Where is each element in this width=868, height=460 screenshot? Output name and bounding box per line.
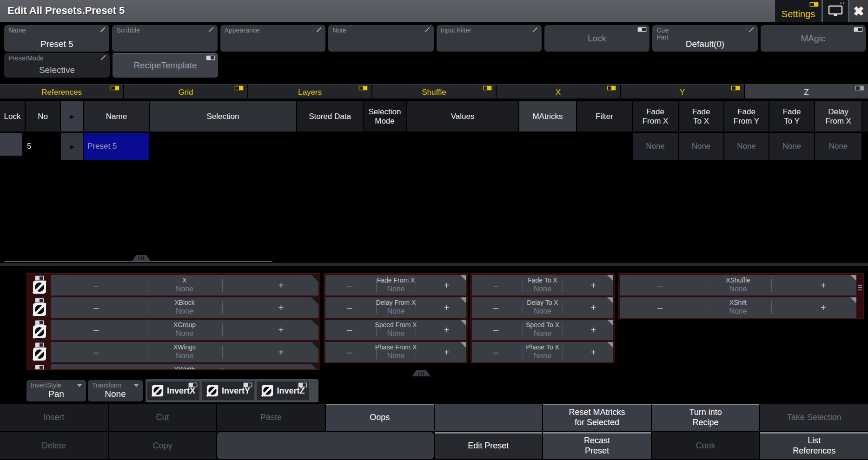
insert-button[interactable]: Insert [0, 404, 108, 431]
tab-shuffle[interactable]: Shuffle [372, 84, 496, 99]
col-header-fade-from-x[interactable]: Fade From X [633, 101, 678, 131]
encoder-bar[interactable]: – Phase From X None + [325, 342, 466, 362]
encoder-bar[interactable]: – XWings None + [51, 342, 318, 362]
decrement-button[interactable]: – [657, 302, 663, 313]
decrement-button[interactable]: – [347, 325, 352, 335]
invert-y-button[interactable]: InvertY [202, 381, 254, 400]
tab-layers[interactable]: Layers [248, 84, 371, 99]
cell-values[interactable] [407, 133, 518, 160]
col-header-name[interactable]: Name [84, 101, 149, 131]
col-header-selection-mode[interactable]: Selection Mode [364, 101, 406, 131]
cell-filter[interactable] [577, 133, 632, 160]
invert-style-dropdown[interactable]: InvertStyle Pan [27, 380, 86, 401]
cell-fade-from-y[interactable]: None [724, 133, 769, 160]
magic-button[interactable]: MAgic [761, 25, 866, 52]
tab-y[interactable]: Y [621, 84, 744, 99]
decrement-button[interactable]: – [657, 280, 663, 291]
scribble-field[interactable]: Scribble [112, 25, 217, 52]
splitter-line[interactable] [4, 261, 272, 262]
settings-button[interactable]: Settings [775, 0, 822, 22]
splitter-handle-icon[interactable] [132, 255, 151, 261]
encoder-bar[interactable]: – X None + [51, 275, 318, 296]
cell-fade-to-y[interactable]: None [769, 133, 814, 160]
delete-button[interactable]: Delete [0, 432, 108, 459]
cell-name-selected[interactable]: Preset 5 [84, 133, 149, 160]
cell-stored-data[interactable] [297, 133, 363, 160]
tab-references[interactable]: References [0, 84, 123, 99]
decrement-button[interactable]: – [347, 280, 352, 291]
col-header-no[interactable]: No [26, 101, 60, 131]
increment-button[interactable]: + [278, 347, 284, 358]
take-selection-button[interactable]: Take Selection [760, 404, 868, 431]
cell-fade-from-x[interactable]: None [633, 133, 678, 160]
decrement-button[interactable]: – [493, 347, 498, 358]
increment-button[interactable]: + [444, 325, 450, 335]
increment-button[interactable]: + [821, 302, 826, 313]
cell-matricks[interactable] [519, 133, 576, 160]
cue-part-field[interactable]: Cue Part Default(0) [652, 25, 757, 52]
name-field[interactable]: Name Preset 5 [4, 25, 109, 52]
col-header-filter[interactable]: Filter [577, 101, 632, 131]
close-button[interactable]: ✖ [849, 0, 868, 22]
copy-button[interactable]: Copy [109, 432, 217, 459]
tab-z[interactable]: Z [745, 84, 868, 99]
decrement-button[interactable]: – [93, 325, 99, 335]
cell-lock[interactable] [0, 133, 25, 160]
invert-z-button[interactable]: InvertZ [257, 381, 309, 400]
cell-expand-arrow-icon[interactable]: ▶ [61, 133, 83, 160]
increment-button[interactable]: + [591, 325, 596, 335]
col-header-selection[interactable]: Selection [150, 101, 296, 131]
invert-icon[interactable] [33, 302, 46, 316]
col-header-fade-to-x[interactable]: Fade To X [679, 101, 723, 131]
encoder-bar[interactable]: XWidth [51, 364, 318, 370]
invert-icon[interactable] [33, 325, 46, 339]
col-header-values[interactable]: Values [407, 101, 518, 131]
preset-mode-field[interactable]: PresetMode Selective [4, 53, 110, 78]
recast-preset-button[interactable]: Recast Preset [543, 432, 651, 459]
list-references-button[interactable]: List References [760, 432, 868, 459]
transform-dropdown[interactable]: Transform None [88, 380, 143, 401]
splitter-handle-icon[interactable] [412, 370, 431, 376]
edit-preset-button[interactable]: Edit Preset [435, 432, 543, 459]
turn-into-recipe-button[interactable]: Turn into Recipe [652, 404, 760, 431]
appearance-field[interactable]: Appearance [220, 25, 325, 52]
encoder-bar[interactable]: – Fade To X None + [472, 275, 613, 296]
decrement-button[interactable]: – [93, 302, 99, 313]
tab-grid[interactable]: Grid [124, 84, 247, 99]
scroll-grip-icon[interactable] [857, 285, 862, 290]
increment-button[interactable]: + [278, 325, 284, 335]
reset-matricks-button[interactable]: Reset MAtricks for Selected [543, 404, 651, 431]
col-header-fade-from-y[interactable]: Fade From Y [724, 101, 769, 131]
decrement-button[interactable]: – [93, 280, 99, 291]
encoder-bar[interactable]: – XShift None + [620, 297, 856, 318]
encoder-bar[interactable]: – Fade From X None + [325, 275, 466, 296]
encoder-bar[interactable]: – XShuffle None + [620, 275, 856, 296]
decrement-button[interactable]: – [493, 302, 498, 313]
increment-button[interactable]: + [591, 280, 596, 291]
col-header-expand-arrow-icon[interactable]: ▶ [61, 101, 83, 131]
invert-icon[interactable] [33, 347, 46, 361]
cell-selection[interactable] [150, 133, 296, 160]
encoder-bar[interactable]: – XBlock None + [51, 297, 318, 318]
cut-button[interactable]: Cut [109, 404, 217, 431]
decrement-button[interactable]: – [347, 347, 352, 358]
cell-delay-from-x[interactable]: None [815, 133, 861, 160]
col-header-stored-data[interactable]: Stored Data [297, 101, 363, 131]
increment-button[interactable]: + [821, 280, 826, 291]
col-header-matricks[interactable]: MAtricks [519, 101, 576, 131]
invert-icon[interactable] [33, 280, 46, 294]
toggle-indicator-icon[interactable] [35, 365, 44, 370]
lock-button[interactable]: Lock [544, 25, 649, 52]
increment-button[interactable]: + [591, 302, 596, 313]
oops-button[interactable]: Oops [326, 404, 434, 431]
increment-button[interactable]: + [591, 347, 596, 358]
cook-button[interactable]: Cook [652, 432, 760, 459]
decrement-button[interactable]: – [347, 302, 352, 313]
col-header-delay-from-x[interactable]: Delay From X [815, 101, 861, 131]
input-filter-field[interactable]: Input Filter [437, 25, 542, 52]
cell-selection-mode[interactable] [364, 133, 406, 160]
encoder-bar[interactable]: – Speed To X None + [472, 320, 613, 340]
encoder-bar[interactable]: – Speed From X None + [325, 320, 466, 340]
decrement-button[interactable]: – [493, 280, 498, 291]
encoder-bar[interactable]: – Delay From X None + [325, 297, 466, 318]
